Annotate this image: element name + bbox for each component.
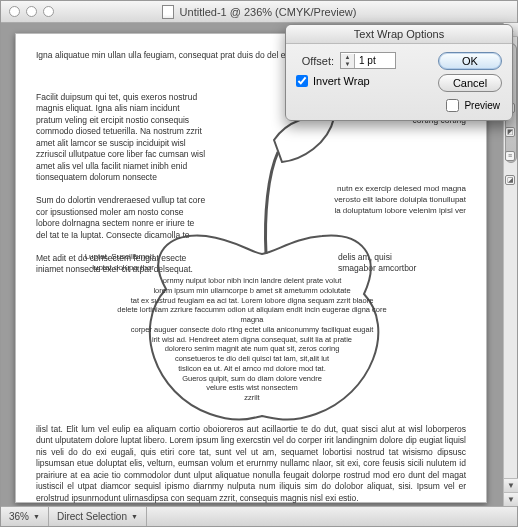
scroll-down-icon[interactable]: ▼ — [504, 478, 518, 492]
offset-input[interactable] — [355, 54, 395, 67]
rail-icon-3[interactable]: ≡ — [505, 151, 515, 161]
ok-button[interactable]: OK — [438, 52, 502, 70]
preview-checkbox[interactable] — [446, 99, 459, 112]
offset-stepper[interactable]: ▲ ▼ — [340, 52, 396, 69]
dialog-body: Offset: ▲ ▼ Invert Wrap OK Cancel — [286, 44, 512, 120]
dialog-title: Text Wrap Options — [286, 25, 512, 44]
dialog-buttons: OK Cancel — [438, 52, 502, 92]
chevron-down-icon[interactable]: ▼ — [33, 513, 40, 520]
titlebar-title-wrap: Untitled-1 @ 236% (CMYK/Preview) — [1, 5, 517, 19]
body-text-bottom: ilisl tat. Elit lum vel eulip ea aliquam… — [36, 424, 466, 504]
zoom-segment[interactable]: 36% ▼ — [1, 507, 49, 526]
window-title: Untitled-1 @ 236% (CMYK/Preview) — [180, 6, 357, 18]
stepper-down-icon[interactable]: ▼ — [341, 61, 354, 68]
stepper-up-icon[interactable]: ▲ — [341, 54, 354, 61]
preview-row: Preview — [446, 99, 500, 112]
offset-label: Offset: — [296, 55, 334, 67]
statusbar: 36% ▼ Direct Selection ▼ — [1, 506, 517, 526]
tool-segment[interactable]: Direct Selection ▼ — [49, 507, 147, 526]
app-window: Untitled-1 @ 236% (CMYK/Preview) Igna al… — [0, 0, 518, 527]
wrapped-text: ornmy nulput lobor nibh incin landre del… — [112, 276, 392, 403]
invert-wrap-checkbox[interactable] — [296, 75, 308, 87]
rail-icon-2[interactable]: ◩ — [505, 127, 515, 137]
scroll-down2-icon[interactable]: ▼ — [504, 492, 518, 506]
zoom-value: 36% — [9, 511, 29, 522]
hscroll-track[interactable] — [147, 507, 517, 526]
preview-label: Preview — [464, 100, 500, 111]
chevron-down-icon[interactable]: ▼ — [131, 513, 138, 520]
rail-icon-4[interactable]: ◪ — [505, 175, 515, 185]
cancel-button[interactable]: Cancel — [438, 74, 502, 92]
text-wrap-options-dialog[interactable]: Text Wrap Options Offset: ▲ ▼ Invert Wra… — [285, 24, 513, 121]
invert-wrap-label: Invert Wrap — [313, 75, 370, 87]
titlebar: Untitled-1 @ 236% (CMYK/Preview) — [1, 1, 517, 23]
document-icon — [162, 5, 174, 19]
stepper-arrows[interactable]: ▲ ▼ — [341, 54, 355, 68]
tool-label: Direct Selection — [57, 511, 127, 522]
